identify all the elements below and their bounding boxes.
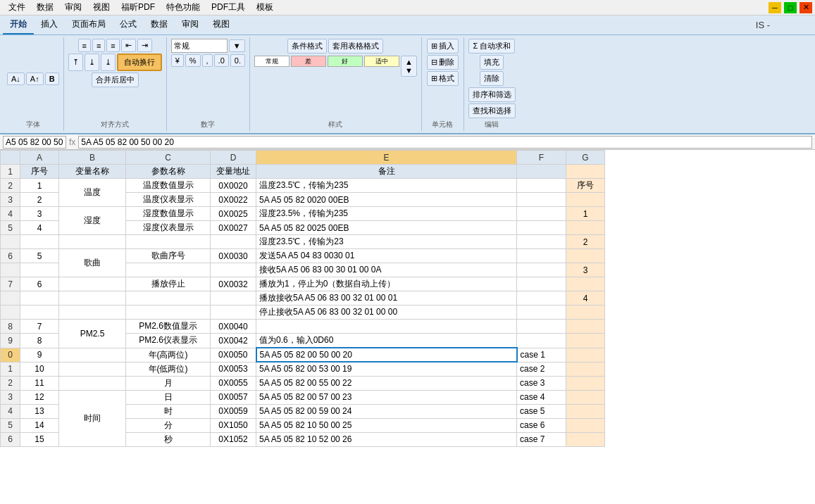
- cell-e5[interactable]: 5A A5 05 82 0025 00EB: [256, 221, 517, 235]
- cell-c10[interactable]: 年(高两位): [126, 348, 211, 362]
- cell-c16[interactable]: 秒: [126, 432, 211, 446]
- cell-b7[interactable]: [59, 277, 126, 291]
- cell-a3[interactable]: 2: [20, 193, 59, 207]
- cell-d3[interactable]: 0X0022: [211, 193, 256, 207]
- cell-f16[interactable]: case 7: [517, 432, 566, 446]
- align-middle[interactable]: ⤓: [85, 53, 99, 71]
- cell-b12[interactable]: [59, 376, 126, 390]
- formula-input[interactable]: [78, 136, 812, 149]
- merge-center-btn[interactable]: 合并后居中: [92, 73, 139, 87]
- cell-d7b[interactable]: [211, 291, 256, 305]
- tab-review[interactable]: 审阅: [175, 15, 206, 34]
- cell-g10[interactable]: [566, 348, 605, 362]
- cell-d7[interactable]: 0X0032: [211, 277, 256, 291]
- cell-b11[interactable]: [59, 362, 126, 376]
- decimal-increase[interactable]: .0: [214, 54, 229, 67]
- align-top[interactable]: ⤒: [68, 53, 83, 71]
- restore-icon[interactable]: □: [784, 2, 797, 13]
- cell-c8[interactable]: PM2.6数值显示: [126, 320, 211, 334]
- col-header-a[interactable]: A: [20, 151, 59, 165]
- cell-d12[interactable]: 0X0055: [211, 376, 256, 390]
- cell-g13[interactable]: [566, 390, 605, 404]
- cell-d1[interactable]: 变量地址: [211, 165, 256, 179]
- cell-f5b[interactable]: [517, 235, 566, 249]
- menu-template[interactable]: 模板: [251, 0, 279, 15]
- cell-f4[interactable]: [517, 207, 566, 221]
- font-bold[interactable]: B: [45, 73, 59, 85]
- cell-g2[interactable]: 序号: [566, 179, 605, 193]
- cell-d6b[interactable]: [211, 263, 256, 277]
- cell-a15[interactable]: 14: [20, 418, 59, 432]
- cell-a8[interactable]: 7: [20, 320, 59, 334]
- col-header-d[interactable]: D: [211, 151, 256, 165]
- cell-g7b[interactable]: 4: [566, 291, 605, 305]
- cell-c7b[interactable]: [126, 291, 211, 305]
- sort-filter-btn[interactable]: 排序和筛选: [468, 87, 516, 102]
- cell-c7[interactable]: 播放停止: [126, 277, 211, 291]
- col-header-b[interactable]: B: [59, 151, 126, 165]
- cell-d16[interactable]: 0X1052: [211, 432, 256, 446]
- cell-a4[interactable]: 3: [20, 207, 59, 221]
- cell-f6[interactable]: [517, 249, 566, 263]
- cell-g15[interactable]: [566, 418, 605, 432]
- cell-c6[interactable]: 歌曲序号: [126, 249, 211, 263]
- indent-decrease[interactable]: ⇤: [121, 39, 136, 52]
- font-size-decrease[interactable]: A↓: [7, 73, 25, 85]
- menu-special[interactable]: 特色功能: [161, 0, 206, 15]
- cell-d13[interactable]: 0X0057: [211, 390, 256, 404]
- cell-e1[interactable]: 备注: [256, 165, 517, 179]
- cell-e5b[interactable]: 湿度23.5℃，传输为23: [256, 235, 517, 249]
- cell-c6b[interactable]: [126, 263, 211, 277]
- cell-reference-box[interactable]: [3, 136, 66, 149]
- cell-d11[interactable]: 0X0053: [211, 362, 256, 376]
- cell-d10[interactable]: 0X0050: [211, 348, 256, 362]
- currency-btn[interactable]: ¥: [171, 54, 184, 67]
- cell-d5b[interactable]: [211, 235, 256, 249]
- cell-e11[interactable]: 5A A5 05 82 00 53 00 19: [256, 362, 517, 376]
- fill-btn[interactable]: 填充: [480, 55, 504, 70]
- cell-e10[interactable]: 5A A5 05 82 00 50 00 20: [256, 348, 517, 362]
- cell-g16[interactable]: [566, 432, 605, 446]
- cell-c9[interactable]: PM2.6仪表显示: [126, 334, 211, 348]
- table-format-btn[interactable]: 套用表格格式: [328, 39, 383, 53]
- cell-f10[interactable]: case 1: [517, 348, 566, 362]
- spreadsheet-container[interactable]: A B C D E F G 1 序号 变量名称 参数名称 变量地址 备注: [0, 150, 815, 504]
- comma-btn[interactable]: ,: [202, 54, 213, 67]
- cell-g7c[interactable]: [566, 305, 605, 320]
- cell-a6[interactable]: 5: [20, 249, 59, 263]
- cell-e7[interactable]: 播放为1，停止为0（数据自动上传）: [256, 277, 517, 291]
- cell-e8[interactable]: [256, 320, 517, 334]
- align-bottom[interactable]: ⤓: [101, 53, 116, 71]
- cell-b13[interactable]: 时间: [59, 390, 126, 446]
- cell-d2[interactable]: 0X0020: [211, 179, 256, 193]
- cell-f7c[interactable]: [517, 305, 566, 320]
- cell-g4[interactable]: 1: [566, 207, 605, 221]
- cell-c4[interactable]: 湿度数值显示: [126, 207, 211, 221]
- cell-c13[interactable]: 日: [126, 390, 211, 404]
- cell-b5b[interactable]: [59, 235, 126, 249]
- cell-b4[interactable]: 湿度: [59, 207, 126, 235]
- cell-e14[interactable]: 5A A5 05 82 00 59 00 24: [256, 404, 517, 418]
- cell-f8[interactable]: [517, 320, 566, 334]
- style-cell-mid[interactable]: 适中: [364, 56, 399, 67]
- tab-view[interactable]: 视图: [206, 15, 237, 34]
- align-right[interactable]: ≡: [106, 39, 119, 52]
- cell-b8[interactable]: PM2.5: [59, 320, 126, 348]
- cell-f1[interactable]: [517, 165, 566, 179]
- cell-f9[interactable]: [517, 334, 566, 348]
- cell-g7[interactable]: [566, 277, 605, 291]
- cell-c7c[interactable]: [126, 305, 211, 320]
- clear-btn[interactable]: 清除: [480, 71, 504, 86]
- tab-data[interactable]: 数据: [144, 15, 175, 34]
- cell-b6[interactable]: 歌曲: [59, 249, 126, 277]
- style-cell-normal[interactable]: 常规: [254, 56, 290, 67]
- cell-g6b[interactable]: 3: [566, 263, 605, 277]
- cell-c11[interactable]: 年(低两位): [126, 362, 211, 376]
- minimize-icon[interactable]: ─: [769, 2, 781, 13]
- col-header-f[interactable]: F: [517, 151, 566, 165]
- cell-d4[interactable]: 0X0025: [211, 207, 256, 221]
- cell-a2[interactable]: 1: [20, 179, 59, 193]
- cell-d9[interactable]: 0X0042: [211, 334, 256, 348]
- cell-d5[interactable]: 0X0027: [211, 221, 256, 235]
- cell-e6[interactable]: 发送5A A5 04 83 0030 01: [256, 249, 517, 263]
